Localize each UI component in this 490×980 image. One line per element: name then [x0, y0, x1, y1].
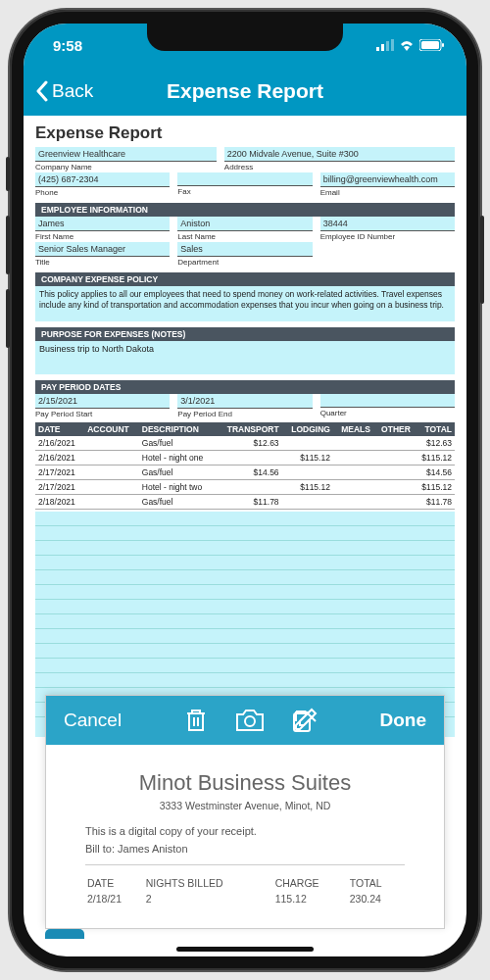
- purpose-text: Business trip to North Dakota: [35, 341, 455, 374]
- battery-icon: [419, 39, 445, 51]
- screen: 9:58 Back Expense Report Expense Report …: [24, 24, 466, 956]
- company-name: Greenview Healthcare: [35, 147, 217, 162]
- svg-rect-0: [376, 47, 379, 51]
- svg-rect-2: [386, 41, 389, 51]
- signal-icon: [376, 39, 394, 51]
- table-row: 2/16/2021Gas/fuel$12.63$12.63: [35, 436, 455, 451]
- status-icons: [376, 39, 445, 51]
- svg-rect-6: [442, 43, 444, 47]
- svg-rect-1: [381, 44, 384, 51]
- emp-id: 38444: [320, 217, 455, 231]
- modal-toolbar: Cancel Done: [46, 696, 444, 745]
- table-row: 2/17/2021Hotel - night two$115.12$115.12: [35, 480, 455, 495]
- emp-dept: Sales: [177, 242, 312, 257]
- period-start: 2/15/2021: [35, 394, 170, 409]
- company-fax: [177, 172, 312, 186]
- section-payperiod: PAY PERIOD DATES: [35, 380, 455, 394]
- home-indicator[interactable]: [176, 947, 314, 952]
- table-row: 2/18/2021Gas/fuel$11.78$11.78: [35, 495, 455, 510]
- receipt-table: DATE NIGHTS BILLED CHARGE TOTAL 2/18/21 …: [85, 875, 405, 906]
- section-policy: COMPANY EXPENSE POLICY: [35, 272, 455, 286]
- period-end: 3/1/2021: [177, 394, 312, 409]
- receipt-body: Minot Business Suites 3333 Westminster A…: [72, 759, 418, 922]
- status-time: 9:58: [53, 37, 82, 54]
- done-button[interactable]: Done: [380, 710, 427, 731]
- section-purpose: PURPOSE FOR EXPENSES (NOTES): [35, 327, 455, 341]
- emp-first: James: [35, 217, 170, 231]
- chevron-left-icon: [35, 80, 48, 102]
- trash-icon[interactable]: [184, 708, 208, 733]
- table-row: 2/17/2021Gas/fuel$14.56$14.56: [35, 466, 455, 480]
- expense-document[interactable]: Expense Report Greenview HealthcareCompa…: [24, 116, 466, 737]
- receipt-title: Minot Business Suites: [85, 770, 405, 796]
- emp-title: Senior Sales Manager: [35, 242, 170, 257]
- receipt-note: This is a digital copy of your receipt.: [85, 825, 405, 837]
- svg-rect-5: [421, 41, 439, 49]
- cancel-button[interactable]: Cancel: [64, 710, 122, 731]
- doc-title: Expense Report: [35, 123, 455, 143]
- table-row: 2/16/2021Hotel - night one$115.12$115.12: [35, 451, 455, 466]
- wifi-icon: [399, 39, 415, 51]
- company-email: billing@greenviewhealth.com: [320, 172, 455, 187]
- nav-bar: Back Expense Report: [24, 67, 466, 116]
- edit-icon[interactable]: [292, 708, 318, 733]
- receipt-address: 3333 Westminster Avenue, Minot, ND: [85, 800, 405, 811]
- phone-frame: 9:58 Back Expense Report Expense Report …: [10, 10, 480, 970]
- back-button[interactable]: Back: [35, 80, 93, 102]
- policy-text: This policy applies to all our employees…: [35, 286, 455, 321]
- doc-tab[interactable]: [45, 929, 84, 939]
- receipt-billto: Bill to: James Aniston: [85, 843, 405, 855]
- period-quarter: [320, 394, 455, 408]
- expense-table: DATE ACCOUNT DESCRIPTION TRANSPORT LODGI…: [35, 422, 455, 510]
- receipt-modal: Cancel Done Minot Business Suites 3333 W…: [45, 695, 445, 929]
- notch: [147, 24, 343, 51]
- section-employee: EMPLOYEE INFORMATION: [35, 203, 455, 217]
- svg-rect-3: [391, 39, 394, 51]
- company-address: 2200 Midvale Avenue, Suite #300: [224, 147, 455, 162]
- svg-point-7: [245, 716, 255, 726]
- company-phone: (425) 687-2304: [35, 172, 170, 187]
- emp-last: Aniston: [177, 217, 312, 231]
- back-label: Back: [52, 80, 93, 102]
- camera-icon[interactable]: [235, 709, 265, 732]
